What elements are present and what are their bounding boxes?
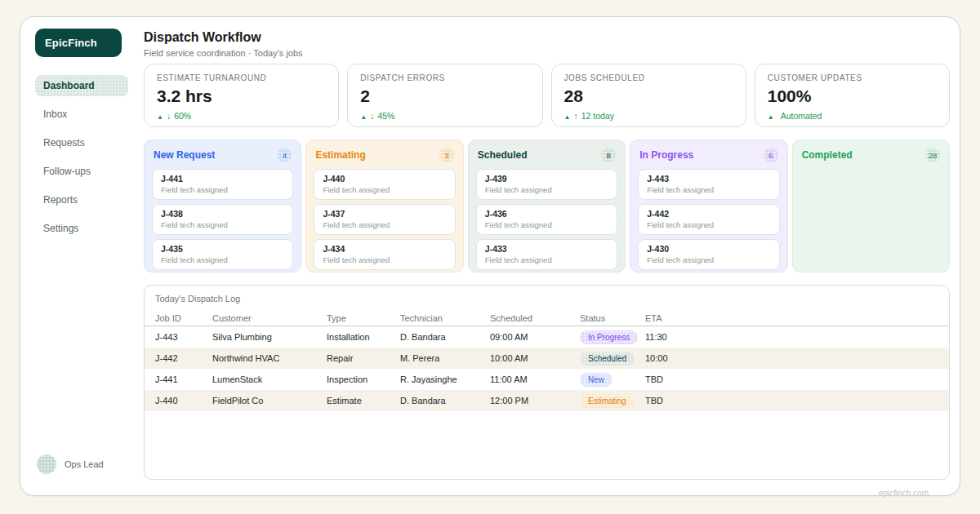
trend-direction-icon: ↓ bbox=[370, 111, 374, 121]
job-card[interactable]: J-430 Field tech assigned bbox=[638, 239, 779, 270]
dispatch-log-title: Today's Dispatch Log bbox=[145, 292, 949, 311]
dispatch-log-row[interactable]: J-441 LumenStack Inspection R. Jayasingh… bbox=[145, 369, 949, 390]
sidebar-item-label: Inbox bbox=[43, 109, 67, 120]
job-card[interactable]: J-441 Field tech assigned bbox=[152, 169, 293, 200]
kpi-card: CUSTOMER UPDATES 100% ▲ Automated bbox=[755, 64, 950, 127]
job-card-note: Field tech assigned bbox=[485, 185, 608, 194]
cell-job-id: J-443 bbox=[155, 332, 212, 342]
job-card[interactable]: J-442 Field tech assigned bbox=[638, 204, 779, 235]
kpi-delta-label: 12 today bbox=[581, 111, 614, 121]
kanban-column-count-badge: 8 bbox=[601, 148, 616, 162]
dispatch-log-rows: J-443 Silva Plumbing Installation D. Ban… bbox=[145, 326, 949, 411]
dispatch-log-header: Job IDCustomerTypeTechnicianScheduledSta… bbox=[145, 311, 949, 326]
kpi-label: DISPATCH ERRORS bbox=[360, 73, 529, 82]
cell-status: Scheduled bbox=[580, 352, 645, 366]
job-card[interactable]: J-436 Field tech assigned bbox=[476, 204, 617, 235]
cell-status: In Progress bbox=[580, 330, 645, 344]
sidebar-item-label: Reports bbox=[43, 194, 78, 206]
dispatch-log-column-header: ETA bbox=[645, 313, 938, 323]
sidebar-item[interactable]: Reports bbox=[35, 189, 128, 210]
job-card-id: J-437 bbox=[323, 209, 446, 219]
sidebar-item[interactable]: Settings bbox=[35, 218, 128, 239]
job-card[interactable]: J-443 Field tech assigned bbox=[638, 169, 779, 200]
dispatch-log-row[interactable]: J-442 Northwind HVAC Repair M. Perera 10… bbox=[145, 348, 949, 369]
kpi-delta-label: 45% bbox=[377, 111, 394, 121]
kpi-delta: ▲ ↑ 12 today bbox=[564, 111, 733, 121]
kpi-delta: ▲ ↓ 60% bbox=[157, 111, 326, 121]
job-card-note: Field tech assigned bbox=[161, 185, 284, 194]
kpi-label: CUSTOMER UPDATES bbox=[768, 73, 937, 82]
trend-triangle-icon: ▲ bbox=[360, 113, 367, 121]
kpi-card: ESTIMATE TURNAROUND 3.2 hrs ▲ ↓ 60% bbox=[144, 64, 339, 127]
cell-eta: TBD bbox=[645, 374, 938, 384]
cell-technician: M. Perera bbox=[400, 353, 490, 363]
kpi-label: ESTIMATE TURNAROUND bbox=[157, 73, 326, 82]
kpi-delta-label: 60% bbox=[174, 111, 191, 121]
job-card-id: J-442 bbox=[647, 209, 770, 219]
cell-type: Repair bbox=[327, 353, 400, 363]
job-card-note: Field tech assigned bbox=[323, 220, 446, 229]
job-card[interactable]: J-434 Field tech assigned bbox=[314, 239, 455, 270]
dispatch-log-column-header: Job ID bbox=[155, 313, 212, 323]
cell-status: New bbox=[580, 373, 645, 387]
avatar bbox=[37, 454, 56, 474]
cell-job-id: J-442 bbox=[155, 353, 212, 363]
job-card-id: J-441 bbox=[161, 174, 284, 184]
job-card-id: J-439 bbox=[485, 174, 608, 184]
kanban-column: Completed 28 bbox=[792, 140, 950, 273]
cell-customer: FieldPilot Co bbox=[212, 396, 327, 405]
job-card-note: Field tech assigned bbox=[647, 255, 770, 264]
sidebar-item[interactable]: Dashboard bbox=[35, 75, 128, 96]
cell-type: Installation bbox=[327, 332, 400, 342]
sidebar-item-label: Follow-ups bbox=[43, 166, 91, 177]
job-card-id: J-436 bbox=[485, 209, 608, 219]
cell-customer: Northwind HVAC bbox=[212, 353, 327, 363]
job-card[interactable]: J-438 Field tech assigned bbox=[152, 204, 293, 235]
cell-job-id: J-441 bbox=[155, 374, 212, 384]
kanban-column-header: Scheduled 8 bbox=[476, 148, 617, 162]
cell-type: Inspection bbox=[327, 374, 400, 384]
kpi-value: 2 bbox=[360, 86, 529, 106]
user-profile[interactable]: Ops Lead bbox=[37, 454, 104, 474]
kpi-delta: ▲ ↓ 45% bbox=[360, 111, 529, 121]
kpi-value: 28 bbox=[564, 86, 733, 106]
job-card[interactable]: J-437 Field tech assigned bbox=[314, 204, 455, 235]
job-card-note: Field tech assigned bbox=[323, 185, 446, 194]
kpi-label: JOBS SCHEDULED bbox=[564, 73, 733, 82]
cell-job-id: J-440 bbox=[155, 396, 212, 405]
dispatch-log-row[interactable]: J-443 Silva Plumbing Installation D. Ban… bbox=[145, 326, 949, 348]
user-role-label: Ops Lead bbox=[65, 459, 104, 469]
job-card-note: Field tech assigned bbox=[161, 220, 284, 229]
kpi-value: 3.2 hrs bbox=[157, 86, 326, 106]
cell-customer: Silva Plumbing bbox=[212, 332, 327, 342]
kanban-card-list: J-443 Field tech assigned J-442 Field te… bbox=[638, 169, 779, 270]
job-card-id: J-440 bbox=[323, 174, 446, 184]
job-card[interactable]: J-440 Field tech assigned bbox=[314, 169, 455, 200]
dispatch-log-panel: Today's Dispatch Log Job IDCustomerTypeT… bbox=[144, 285, 950, 480]
sidebar-nav: Dashboard Inbox Requests Follow-ups Repo… bbox=[35, 75, 141, 239]
trend-triangle-icon: ▲ bbox=[157, 113, 163, 121]
cell-eta: 10:00 bbox=[645, 353, 938, 363]
kanban-card-list: J-439 Field tech assigned J-436 Field te… bbox=[476, 169, 617, 270]
app-window: EpicFinch Dashboard Inbox Requests Follo… bbox=[20, 16, 960, 496]
job-card[interactable]: J-439 Field tech assigned bbox=[476, 169, 617, 200]
sidebar: EpicFinch Dashboard Inbox Requests Follo… bbox=[35, 29, 141, 485]
trend-direction-icon: ↑ bbox=[573, 111, 577, 121]
job-card-id: J-438 bbox=[161, 209, 284, 219]
job-card[interactable]: J-433 Field tech assigned bbox=[476, 239, 617, 270]
cell-status: Estimating bbox=[580, 394, 645, 408]
sidebar-item[interactable]: Requests bbox=[35, 132, 128, 153]
sidebar-item[interactable]: Follow-ups bbox=[35, 161, 128, 182]
kanban-card-list: J-441 Field tech assigned J-438 Field te… bbox=[152, 169, 293, 270]
job-card[interactable]: J-435 Field tech assigned bbox=[152, 239, 293, 270]
sidebar-item-label: Settings bbox=[43, 223, 78, 234]
kanban-column-header: New Request 4 bbox=[152, 148, 293, 162]
job-card-note: Field tech assigned bbox=[647, 185, 770, 194]
kanban-column-title: Completed bbox=[802, 149, 853, 161]
kanban-column-header: In Progress 6 bbox=[638, 148, 779, 162]
sidebar-item[interactable]: Inbox bbox=[35, 104, 128, 125]
cell-type: Estimate bbox=[327, 396, 400, 405]
kanban-column-title: Scheduled bbox=[478, 149, 528, 161]
cell-scheduled: 10:00 AM bbox=[490, 353, 580, 363]
dispatch-log-row[interactable]: J-440 FieldPilot Co Estimate D. Bandara … bbox=[145, 390, 949, 411]
